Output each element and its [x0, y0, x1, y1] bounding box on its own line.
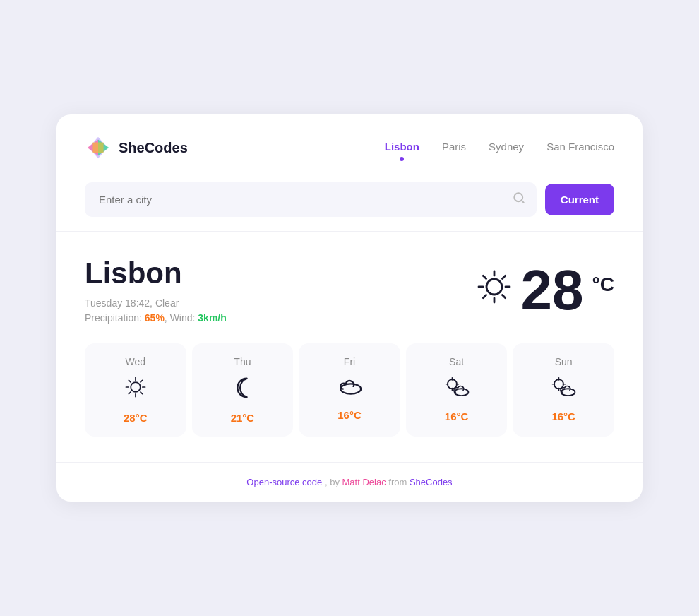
svg-point-36	[561, 389, 575, 396]
forecast-item-wed: Wed 28°C	[85, 343, 186, 437]
header: SheCodes Lisbon Paris Sydney San Francis…	[56, 114, 643, 175]
weather-detail: Precipitation: 65%, Wind: 3km/h	[85, 312, 227, 324]
footer-author[interactable]: Matt Delac	[342, 477, 386, 487]
search-input[interactable]	[85, 182, 513, 217]
forecast-day-sun: Sun	[555, 356, 573, 367]
svg-line-13	[502, 276, 505, 278]
footer: Open-source code , by Matt Delac from Sh…	[56, 462, 643, 502]
svg-line-5	[521, 201, 523, 203]
forecast-day-thu: Thu	[234, 356, 251, 367]
forecast-section: Wed 28°C	[56, 343, 643, 462]
svg-line-22	[141, 380, 143, 382]
svg-line-23	[129, 392, 131, 394]
weather-main: Lisbon Tuesday 18:42, Clear Precipitatio…	[56, 232, 643, 343]
svg-line-11	[483, 276, 486, 278]
forecast-item-sun: Sun 16°C	[513, 343, 614, 437]
current-button[interactable]: Current	[545, 184, 614, 215]
svg-point-15	[131, 382, 141, 392]
logo-icon	[85, 134, 112, 161]
forecast-day-sat: Sat	[449, 356, 464, 367]
svg-line-21	[141, 392, 143, 394]
wind-label: , Wind:	[165, 312, 198, 324]
forecast-item-sat: Sat 16°C	[406, 343, 508, 437]
logo-text: SheCodes	[119, 140, 188, 156]
svg-line-14	[483, 295, 486, 297]
city-name: Lisbon	[85, 257, 227, 290]
temperature-value: 28	[521, 262, 584, 319]
forecast-day-wed: Wed	[126, 356, 146, 367]
forecast-temp-wed: 28°C	[124, 412, 148, 424]
forecast-icon-sun	[551, 376, 576, 402]
svg-marker-3	[92, 143, 103, 153]
nav-item-paris[interactable]: Paris	[442, 141, 466, 155]
forecast-icon-sat	[444, 376, 470, 402]
search-section: Current	[56, 175, 643, 231]
logo: SheCodes	[85, 134, 188, 161]
svg-point-30	[454, 389, 468, 396]
search-row: Current	[85, 182, 614, 217]
search-icon	[513, 191, 537, 208]
nav-item-lisbon[interactable]: Lisbon	[385, 141, 419, 155]
weather-description: Tuesday 18:42, Clear	[85, 297, 227, 309]
forecast-icon-thu	[232, 376, 253, 403]
svg-line-20	[129, 380, 131, 382]
nav: Lisbon Paris Sydney San Francisco	[385, 141, 614, 155]
temperature-display: 28 °C	[476, 262, 614, 319]
search-input-wrap	[85, 182, 537, 217]
forecast-grid: Wed 28°C	[85, 343, 614, 437]
precipitation-value: 65%	[145, 312, 165, 324]
forecast-temp-thu: 21°C	[231, 412, 255, 424]
weather-info: Lisbon Tuesday 18:42, Clear Precipitatio…	[85, 257, 227, 323]
forecast-day-fri: Fri	[344, 356, 355, 367]
nav-item-san-francisco[interactable]: San Francisco	[546, 141, 614, 155]
forecast-temp-sun: 16°C	[551, 410, 575, 422]
main-card: SheCodes Lisbon Paris Sydney San Francis…	[56, 114, 643, 501]
wind-value: 3km/h	[198, 312, 226, 324]
svg-line-12	[502, 295, 505, 297]
forecast-temp-sat: 16°C	[445, 410, 469, 422]
forecast-icon-wed	[124, 376, 147, 403]
footer-brand[interactable]: SheCodes	[410, 477, 453, 487]
footer-from: from	[388, 477, 410, 487]
nav-item-sydney[interactable]: Sydney	[489, 141, 524, 155]
current-weather-icon	[476, 268, 513, 312]
precipitation-label: Precipitation:	[85, 312, 145, 324]
forecast-item-thu: Thu 21°C	[192, 343, 294, 437]
forecast-temp-fri: 16°C	[337, 409, 362, 421]
temperature-unit: °C	[592, 273, 614, 296]
svg-point-6	[486, 279, 502, 295]
footer-middle: , by	[325, 477, 342, 487]
forecast-icon-fri	[337, 376, 362, 401]
forecast-item-fri: Fri 16°C	[299, 343, 400, 437]
footer-link-opensource[interactable]: Open-source code	[246, 477, 322, 487]
